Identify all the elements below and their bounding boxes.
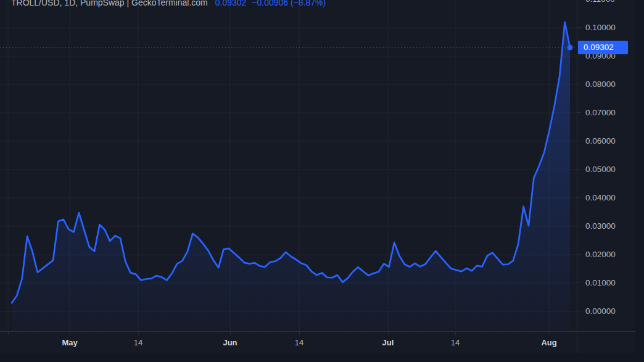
time-scale-label: Jul <box>382 337 394 348</box>
scale-corner-separator <box>577 332 577 353</box>
time-scale-tick <box>299 332 300 335</box>
price-scale-tick <box>577 254 580 255</box>
price-chart-pane[interactable] <box>0 0 577 331</box>
time-scale-label: Aug <box>541 337 556 348</box>
time-scale-tick <box>455 332 456 335</box>
time-scale-tick <box>70 332 70 335</box>
time-scale-tick <box>8 332 9 335</box>
price-scale-label: 0.11000 <box>585 0 615 4</box>
time-scale-label: Jun <box>223 337 237 348</box>
price-scale-label: 0.02000 <box>585 250 616 260</box>
price-scale-tick <box>577 282 580 283</box>
price-scale-tick <box>577 56 580 56</box>
price-scale-tick <box>577 197 580 198</box>
price-scale-tick <box>577 311 580 311</box>
price-scale-tick <box>577 141 580 141</box>
price-scale-tick <box>577 27 580 28</box>
price-scale[interactable]: 0.09302 0.110000.100000.090000.080000.07… <box>577 0 636 331</box>
time-scale-tick <box>138 332 139 335</box>
chart-legend: TROLL/USD, 1D, PumpSwap | GeckoTerminal.… <box>11 0 326 9</box>
price-scale-tick <box>577 84 580 84</box>
time-scale[interactable]: May14Jun14Jul14Aug <box>0 331 635 354</box>
price-scale-tick <box>577 112 580 113</box>
right-margin <box>635 0 644 362</box>
time-scale-tick <box>388 332 389 335</box>
symbol-title[interactable]: TROLL/USD, 1D, PumpSwap | GeckoTerminal.… <box>11 0 208 7</box>
price-scale-label: 0.01000 <box>585 278 616 288</box>
price-scale-label: 0.10000 <box>585 23 616 33</box>
time-scale-label: 14 <box>295 337 303 348</box>
price-scale-label: 0.03000 <box>585 221 616 231</box>
price-scale-tick <box>577 226 580 226</box>
price-scale-label: 0.06000 <box>585 136 616 146</box>
bottom-margin <box>0 353 635 362</box>
chart-widget: TROLL/USD, 1D, PumpSwap | GeckoTerminal.… <box>0 0 644 362</box>
price-scale-label: 0.04000 <box>585 193 616 203</box>
price-scale-label: 0.00000 <box>585 306 616 316</box>
price-scale-tick <box>577 169 580 170</box>
area-fill <box>12 22 570 331</box>
time-scale-label: May <box>62 337 77 348</box>
price-scale-label: 0.07000 <box>585 108 616 118</box>
last-price-value: 0.09302 <box>215 0 247 7</box>
price-scale-label: 0.05000 <box>585 165 616 175</box>
price-scale-label: 0.08000 <box>585 80 616 89</box>
time-scale-tick <box>230 332 231 335</box>
last-price-marker <box>568 45 573 51</box>
price-change-value: −0.00906 (−8.87%) <box>252 0 326 7</box>
time-scale-label: 14 <box>451 337 460 348</box>
time-scale-label: 14 <box>134 337 142 348</box>
last-price-badge: 0.09302 <box>578 41 628 54</box>
time-scale-tick <box>549 332 550 335</box>
